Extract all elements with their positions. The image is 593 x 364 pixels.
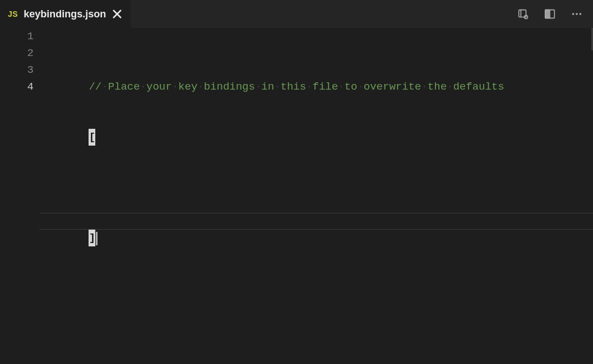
editor-area[interactable]: 1234 //·Place·your·key·bindings·in·this·… bbox=[0, 28, 593, 364]
tab-keybindings[interactable]: JS keybindings.json bbox=[0, 0, 131, 28]
tab-bar: JS keybindings.json bbox=[0, 0, 593, 28]
line-number: 3 bbox=[0, 62, 34, 78]
svg-point-8 bbox=[580, 13, 582, 15]
svg-point-7 bbox=[576, 13, 578, 15]
code-line: [ bbox=[50, 112, 593, 129]
close-icon[interactable] bbox=[112, 8, 123, 20]
split-editor-icon[interactable] bbox=[543, 7, 557, 21]
code-line: //·Place·your·key·bindings·in·this·file·… bbox=[50, 62, 593, 78]
close-bracket: ] bbox=[89, 230, 95, 246]
open-changes-icon[interactable] bbox=[516, 7, 530, 21]
editor-actions bbox=[511, 0, 593, 28]
code-line bbox=[50, 162, 593, 179]
open-bracket: [ bbox=[89, 129, 95, 146]
line-number: 2 bbox=[0, 45, 34, 62]
js-file-icon: JS bbox=[8, 10, 18, 18]
line-number-gutter: 1234 bbox=[0, 28, 50, 364]
comment-text: //·Place·your·key·bindings·in·this·file·… bbox=[89, 81, 504, 93]
text-cursor bbox=[96, 232, 98, 245]
code-line-active: ] bbox=[50, 213, 593, 230]
line-number: 4 bbox=[0, 78, 34, 95]
svg-point-6 bbox=[572, 13, 575, 15]
more-actions-icon[interactable] bbox=[569, 7, 584, 21]
svg-rect-5 bbox=[545, 10, 550, 18]
line-number: 1 bbox=[0, 28, 34, 45]
tab-filename: keybindings.json bbox=[24, 8, 106, 20]
code-content[interactable]: //·Place·your·key·bindings·in·this·file·… bbox=[50, 28, 593, 364]
